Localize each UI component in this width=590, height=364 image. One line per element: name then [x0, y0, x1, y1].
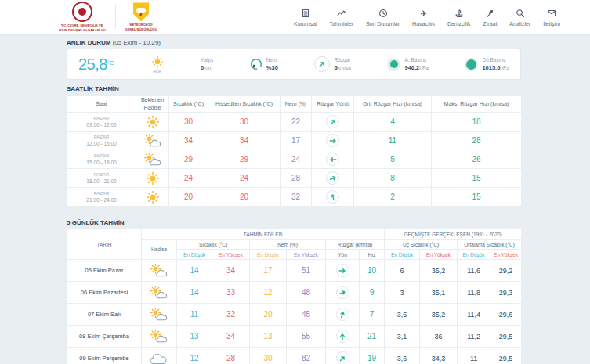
hourly-section-title: SAATLİK TAHMİN	[67, 85, 521, 92]
pressure-icon	[387, 58, 400, 71]
hourly-forecast-table: Saat Beklenen Hadise Sıcaklık (°C) Hisse…	[67, 95, 522, 207]
hourly-row: PAZAR18.00 - 21.00 24 24 28 8 15	[67, 169, 522, 188]
wind-direction-icon	[336, 330, 349, 343]
hourly-row: PAZAR21.00 - 24.00 20 20 32 2 15	[67, 188, 522, 207]
mgm-shield-icon	[133, 2, 149, 21]
current-condition: Açık	[150, 56, 165, 74]
plane-icon: ✈	[420, 9, 427, 19]
nav-item-analizler[interactable]: Analizler	[509, 9, 530, 27]
current-section-time: (05 Ekim - 10.29)	[113, 39, 161, 46]
daily-row: 08 Ekim Çarşamba 13 34 13 55 21 3,1 36 1…	[67, 326, 522, 348]
mgm-logo[interactable]: METEOROLOJİ GENEL MÜDÜRLÜĞÜ	[125, 2, 157, 31]
humidity-metric: Nem %30	[250, 56, 278, 72]
daily-row: 06 Ekim Pazartesi 14 33 12 48 9 3 35,1 1…	[67, 282, 522, 304]
nav-item-tahminler[interactable]: Tahminler	[330, 9, 353, 27]
weather-icon	[143, 134, 162, 148]
hourly-header-row: Saat Beklenen Hadise Sıcaklık (°C) Hisse…	[67, 96, 522, 113]
logo-divider	[115, 5, 116, 29]
hourly-row: PAZAR09.00 - 12.00 30 30 22 4 18	[67, 113, 522, 132]
mail-icon	[547, 9, 556, 19]
daily-row: 09 Ekim Perşembe 12 28 30 82 19 3,6 34,3…	[67, 348, 522, 364]
nav-item-havacilik[interactable]: ✈ Havacılık	[412, 9, 435, 27]
nav-item-son-durumlar[interactable]: Son Durumlar	[366, 9, 400, 27]
weather-icon	[143, 153, 162, 167]
main-nav: Kurumsal Tahminler Son Durumlar ✈ Havacı…	[294, 9, 560, 27]
daily-row: 05 Ekim Pazar 14 34 17 51 10 6 35,2 11,6…	[67, 260, 522, 282]
daily-section-title: 5 GÜNLÜK TAHMİN	[67, 219, 521, 226]
humidity-icon	[250, 58, 262, 70]
sea-pressure-icon	[465, 58, 478, 71]
daily-header-row-groups: TARİH TAHMİN EDİLEN GEÇMİŞTE GERÇEKLEŞEN…	[67, 229, 522, 240]
wind-direction-icon	[336, 264, 349, 277]
building-icon	[301, 9, 310, 19]
wind-direction-icon	[326, 134, 339, 147]
sea-level-pressure-metric: D.İ.Basınç 1015,6hPa	[465, 56, 509, 72]
brand-logos[interactable]: T.C. ÇEVRE, ŞEHİRCİLİK VE İKLİM DEĞİŞİKL…	[59, 2, 157, 32]
wind-direction-icon	[336, 308, 349, 321]
wind-direction-icon	[326, 115, 339, 128]
weather-icon	[150, 286, 168, 300]
wind-direction-icon	[336, 351, 349, 364]
nav-item-iletisim[interactable]: İletişim	[543, 9, 560, 27]
wind-direction-icon	[326, 190, 339, 204]
current-section-title: ANLIK DURUM (05 Ekim - 10.29)	[67, 39, 521, 46]
ministry-seal-icon	[72, 2, 92, 22]
sun-icon	[150, 56, 165, 68]
weather-icon	[143, 190, 162, 204]
ministry-caption: T.C. ÇEVRE, ŞEHİRCİLİK VE İKLİM DEĞİŞİKL…	[59, 23, 106, 32]
wind-direction-icon	[336, 286, 349, 299]
weather-icon	[150, 330, 168, 344]
leaf-icon	[485, 9, 494, 19]
wind-direction-icon	[326, 153, 339, 166]
nav-item-kurumsal[interactable]: Kurumsal	[294, 9, 317, 27]
hourly-row: PAZAR12.00 - 15.00 34 34 17 11 28	[67, 132, 522, 150]
nav-item-denizcilik[interactable]: Denizcilik	[447, 9, 471, 27]
precipitation-metric: Yağış 0mm	[201, 56, 213, 72]
mgm-caption: METEOROLOJİ GENEL MÜDÜRLÜĞÜ	[125, 23, 157, 31]
weather-icon	[143, 171, 162, 186]
ministry-logo[interactable]: T.C. ÇEVRE, ŞEHİRCİLİK VE İKLİM DEĞİŞİKL…	[59, 2, 106, 32]
actual-pressure-metric: A. Basınç 946,2hPa	[387, 56, 428, 72]
weather-icon	[150, 308, 168, 322]
magnifier-icon	[516, 9, 525, 19]
wind-direction-icon	[314, 56, 330, 72]
current-conditions-card: 25,8°C Açık Yağış 0mm Nem %30	[67, 49, 521, 80]
chart-icon	[337, 9, 346, 19]
app-header: T.C. ÇEVRE, ŞEHİRCİLİK VE İKLİM DEĞİŞİKL…	[0, 0, 590, 35]
nav-item-ziraat[interactable]: Ziraat	[483, 9, 497, 27]
daily-row: 07 Ekim Salı 11 32 20 45 7 3,5 35,2 11,4…	[67, 304, 522, 326]
weather-icon	[150, 264, 168, 278]
clock-icon	[378, 9, 388, 19]
hourly-row: PAZAR15.00 - 18.00 29 29 24 5 26	[67, 150, 522, 169]
wind-metric: Rüzgar 6km/sa	[314, 56, 351, 72]
weather-icon	[143, 115, 162, 129]
weather-icon	[150, 351, 168, 364]
page-content: ANLIK DURUM (05 Ekim - 10.29) 25,8°C Açı…	[67, 39, 521, 364]
wind-direction-icon	[326, 171, 339, 185]
daily-forecast-table: TARİH TAHMİN EDİLEN GEÇMİŞTE GERÇEKLEŞEN…	[67, 229, 522, 364]
ship-icon	[454, 9, 464, 19]
current-temperature: 25,8°C	[78, 56, 114, 74]
